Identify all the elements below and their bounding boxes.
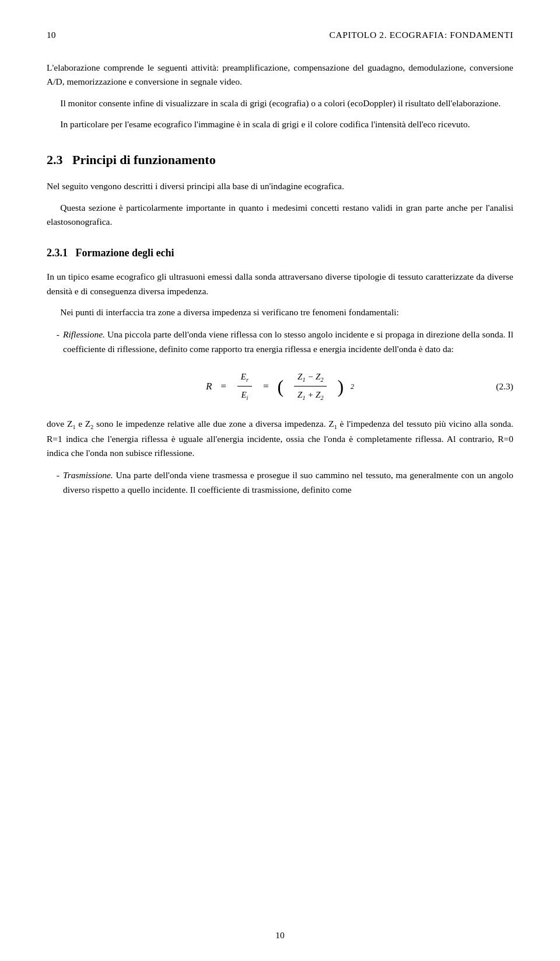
formula-equals-2: = xyxy=(262,379,269,394)
bullet-trasmissione-text: Una parte dell'onda viene trasmessa e pr… xyxy=(63,470,513,494)
formula-after-text: dove Z1 e Z2 sono le impedenze relative … xyxy=(47,417,513,460)
page-footer: 10 xyxy=(0,928,560,942)
bullet-riflessione-dash: - xyxy=(47,328,60,356)
bullet-trasmissione-content: Trasmissione. Una parte dell'onda viene … xyxy=(63,468,513,497)
bullet-trasmissione: - Trasmissione. Una parte dell'onda vien… xyxy=(47,468,513,497)
section-2-3-para-2: Questa sezione è particolarmente importa… xyxy=(47,201,513,229)
section-2-3-heading: 2.3 Principi di funzionamento xyxy=(47,150,513,170)
formula-paren-open: ( xyxy=(277,377,284,396)
header-chapter-title: CAPITOLO 2. ECOGRAFIA: FONDAMENTI xyxy=(329,28,513,42)
formula-equals-1: = xyxy=(220,379,226,394)
bullet-riflessione-text: Una piccola parte dell'onda viene rifles… xyxy=(63,329,513,353)
section-2-3-1-title: Formazione degli echi xyxy=(76,247,174,259)
formula-frac2-num: Z1 − Z2 xyxy=(294,370,327,387)
page-header: 10 CAPITOLO 2. ECOGRAFIA: FONDAMENTI xyxy=(47,28,513,42)
footer-page-number: 10 xyxy=(275,930,285,940)
formula-paren-close: ) xyxy=(337,377,344,396)
bullet-riflessione-term: Riflessione. xyxy=(63,329,105,339)
page: 10 CAPITOLO 2. ECOGRAFIA: FONDAMENTI L'e… xyxy=(0,0,560,961)
paragraph-intro-3: In particolare per l'esame ecografico l'… xyxy=(47,117,513,131)
formula-R: R xyxy=(206,379,212,394)
bullet-trasmissione-term: Trasmissione. xyxy=(63,470,113,480)
formula-content: R = Er Ei = ( Z1 − Z2 Z1 + Z2 ) 2 xyxy=(206,370,354,403)
section-2-3-1-para-2: Nei punti di interfaccia tra zone a dive… xyxy=(47,305,513,319)
paragraph-intro-1: L'elaborazione comprende le seguenti att… xyxy=(47,61,513,89)
formula-frac-2: Z1 − Z2 Z1 + Z2 xyxy=(294,370,327,403)
section-2-3-1-label: 2.3.1 xyxy=(47,247,68,259)
section-2-3-1-para-1: In un tipico esame ecografico gli ultras… xyxy=(47,270,513,298)
section-2-3-title: Principi di funzionamento xyxy=(72,152,216,167)
bullet-riflessione: - Riflessione. Una piccola parte dell'on… xyxy=(47,328,513,356)
bullet-trasmissione-dash: - xyxy=(47,468,60,497)
formula-frac1-num: Er xyxy=(237,370,252,387)
section-2-3-1-heading: 2.3.1 Formazione degli echi xyxy=(47,245,513,262)
formula-frac2-den: Z1 + Z2 xyxy=(294,387,327,403)
header-page-number: 10 xyxy=(47,28,56,42)
formula-block: R = Er Ei = ( Z1 − Z2 Z1 + Z2 ) 2 (2.3) xyxy=(47,370,513,403)
paragraph-intro-2: Il monitor consente infine di visualizza… xyxy=(47,96,513,110)
bullet-riflessione-content: Riflessione. Una piccola parte dell'onda… xyxy=(63,328,513,356)
formula-frac-1: Er Ei xyxy=(237,370,252,403)
formula-equation-number: (2.3) xyxy=(496,379,513,394)
formula-frac1-den: Ei xyxy=(237,387,251,403)
section-2-3-label: 2.3 xyxy=(47,152,63,167)
section-2-3-para-1: Nel seguito vengono descritti i diversi … xyxy=(47,179,513,193)
